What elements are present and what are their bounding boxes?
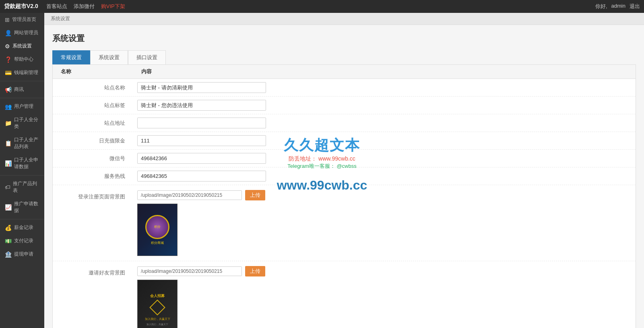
page-content: 系统设置 常规设置 系统设置 插口设置 名称 内容 站点名称 xyxy=(44,25,644,328)
sidebar-item-promo-products[interactable]: 🏷 推广产品列表 xyxy=(0,177,44,197)
help-icon: ❓ xyxy=(5,56,12,63)
sidebar-item-help[interactable]: ❓ 帮助中心 xyxy=(0,53,44,66)
upload-btn-invite-bg[interactable]: 上传 xyxy=(245,266,265,276)
home-icon: ⊞ xyxy=(5,17,10,23)
sidebar-label-applications: 口子人全申请数据 xyxy=(14,157,39,170)
logout-link[interactable]: 退出 xyxy=(630,3,640,10)
input-hotline[interactable] xyxy=(137,171,266,182)
payment-icon: 💵 xyxy=(5,238,12,244)
sidebar-label-category: 口子人全分类 xyxy=(14,116,39,130)
sidebar-divider-4 xyxy=(0,219,44,219)
sidebar-item-admin[interactable]: 👤 网站管理员 xyxy=(0,26,44,39)
upload-path-login-bg[interactable] xyxy=(137,190,242,200)
products-icon: 📋 xyxy=(5,140,12,146)
sidebar-label-payment: 支付记录 xyxy=(14,237,33,244)
user-info: 你好, admin 退出 xyxy=(595,3,640,10)
user-greeting: 你好, xyxy=(595,3,607,10)
row-hotline: 服务热线 xyxy=(53,167,636,185)
nav-link-add-micropay[interactable]: 添加微付 xyxy=(74,3,95,10)
sidebar-label-promo-products: 推广产品列表 xyxy=(13,180,39,194)
label-invite-bg: 邀请好友背景图 xyxy=(53,266,133,276)
row-site-name: 站点名称 xyxy=(53,79,636,97)
sidebar-label-settings: 系统设置 xyxy=(12,43,32,50)
label-site-tag: 站点标签 xyxy=(53,102,133,109)
sidebar-label-fund: 薪金记录 xyxy=(14,224,33,231)
news-icon: 📢 xyxy=(5,87,12,93)
sidebar-item-applications[interactable]: 📊 口子人全申请数据 xyxy=(0,153,44,173)
upload-row-login-bg: 上传 xyxy=(137,190,632,200)
value-login-bg: 上传 积分 积分商城 xyxy=(133,190,636,256)
category-icon: 📁 xyxy=(5,120,12,126)
breadcrumb-text: 系统设置 xyxy=(51,16,70,21)
fund-icon: 💰 xyxy=(5,225,12,231)
value-wechat xyxy=(133,153,636,164)
sidebar-divider-2 xyxy=(0,98,44,98)
users-icon: 👥 xyxy=(5,103,12,110)
value-site-name xyxy=(133,82,636,93)
settings-table-header: 名称 内容 xyxy=(53,65,636,79)
settings-tabs: 常规设置 系统设置 插口设置 xyxy=(52,50,636,64)
input-site-url[interactable] xyxy=(137,118,266,128)
row-login-bg: 登录注册页面背景图 上传 积分 积分商城 xyxy=(53,185,636,261)
sidebar-item-products[interactable]: 📋 口子人全产品列表 xyxy=(0,133,44,153)
value-site-url xyxy=(133,118,636,128)
sidebar-item-payment[interactable]: 💵 支付记录 xyxy=(0,234,44,248)
input-site-name[interactable] xyxy=(137,82,266,93)
sidebar-item-fund[interactable]: 💰 薪金记录 xyxy=(0,221,44,234)
row-site-url: 站点地址 xyxy=(53,114,636,132)
sidebar-item-withdrawal[interactable]: 🏦 提现申请 xyxy=(0,248,44,261)
tab-plugin[interactable]: 插口设置 xyxy=(128,50,166,64)
label-site-url: 站点地址 xyxy=(53,120,133,127)
label-login-bg: 登录注册页面背景图 xyxy=(53,190,133,200)
upload-path-invite-bg[interactable] xyxy=(137,266,242,276)
nav-link-vip[interactable]: 购VIP下架 xyxy=(101,3,125,10)
sidebar-item-settings[interactable]: ⚙ 系统设置 xyxy=(0,39,44,53)
sidebar-label-news: 商讯 xyxy=(14,86,24,93)
sidebar-item-news[interactable]: 📢 商讯 xyxy=(0,83,44,96)
upload-row-invite-bg: 上传 xyxy=(137,266,632,276)
sidebar-item-promo-apps[interactable]: 📈 推广申请数据 xyxy=(0,197,44,217)
breadcrumb: 系统设置 xyxy=(44,13,644,25)
sidebar-item-category[interactable]: 📁 口子人全分类 xyxy=(0,113,44,133)
row-site-tag: 站点标签 xyxy=(53,97,636,114)
page-title: 系统设置 xyxy=(52,33,636,44)
input-site-tag[interactable] xyxy=(137,100,266,111)
row-daily-limit: 日充值限金 xyxy=(53,132,636,150)
sidebar-item-wallet[interactable]: 💳 钱端刷管理 xyxy=(0,66,44,79)
sidebar-item-home[interactable]: ⊞ 管理员首页 xyxy=(0,13,44,26)
settings-icon: ⚙ xyxy=(5,43,10,50)
sidebar-label-products: 口子人全产品列表 xyxy=(14,136,39,150)
sidebar-label-promo-apps: 推广申请数据 xyxy=(14,200,39,214)
sidebar: ⊞ 管理员首页 👤 网站管理员 ⚙ 系统设置 ❓ 帮助中心 💳 钱端刷管理 📢 … xyxy=(0,13,44,328)
value-daily-limit xyxy=(133,135,636,146)
sidebar-label-home: 管理员首页 xyxy=(12,16,36,23)
value-invite-bg: 上传 会人招募 加入我们，共赢天下 加入我们，共赢天下 xyxy=(133,266,636,328)
input-daily-limit[interactable] xyxy=(137,135,266,146)
tab-system[interactable]: 系统设置 xyxy=(90,50,128,64)
preview-invite-bg: 会人招募 加入我们，共赢天下 加入我们，共赢天下 xyxy=(137,280,178,328)
nav-link-first-client[interactable]: 首客站点 xyxy=(46,3,67,10)
applications-icon: 📊 xyxy=(5,160,12,167)
sidebar-label-help: 帮助中心 xyxy=(14,56,33,63)
content-area: 系统设置 系统设置 常规设置 系统设置 插口设置 名称 内容 站点名称 xyxy=(44,13,644,328)
value-site-tag xyxy=(133,100,636,111)
tab-general[interactable]: 常规设置 xyxy=(52,50,90,64)
sidebar-item-users[interactable]: 👥 用户管理 xyxy=(0,100,44,113)
promo-icon: 🏷 xyxy=(5,184,10,190)
settings-container: 名称 内容 站点名称 站点标签 xyxy=(52,64,636,328)
label-site-name: 站点名称 xyxy=(53,84,133,91)
promo-apps-icon: 📈 xyxy=(5,204,12,210)
username: admin xyxy=(611,3,625,10)
badge-circle: 积分 xyxy=(145,215,169,239)
sidebar-label-withdrawal: 提现申请 xyxy=(14,251,33,258)
value-hotline xyxy=(133,171,636,182)
row-invite-bg: 邀请好友背景图 上传 会人招募 加入我们，共赢天下 加入我们，共赢天下 xyxy=(53,261,636,328)
sidebar-label-admin: 网站管理员 xyxy=(14,29,38,36)
sidebar-divider-3 xyxy=(0,175,44,175)
input-wechat[interactable] xyxy=(137,153,266,164)
header-name-col: 名称 xyxy=(53,68,133,75)
upload-btn-login-bg[interactable]: 上传 xyxy=(245,190,265,200)
top-navigation: 贷款超市V2.0 首客站点 添加微付 购VIP下架 你好, admin 退出 xyxy=(0,0,644,13)
wallet-icon: 💳 xyxy=(5,70,12,76)
header-value-col: 内容 xyxy=(133,68,636,75)
